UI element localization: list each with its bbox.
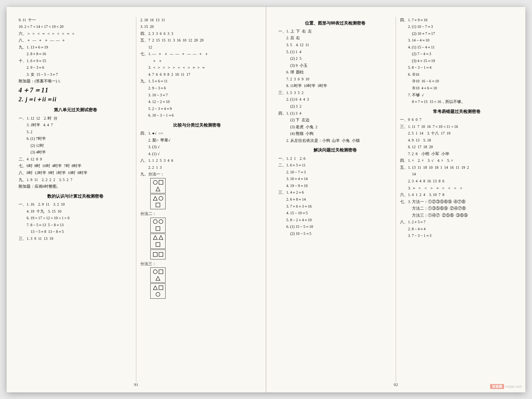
line: 3. 7＋6＋3＝16 <box>278 203 392 210</box>
line: 7. 2 3 6 9 10 <box>278 76 392 83</box>
line: 方法二：①③⑤⑥⑨ ②④⑦⑧ <box>400 205 513 212</box>
page-right: 位置、图形与钟表过关检测密卷 一、1. 上 下 右 左 2. 后 右 3. 5 … <box>266 7 525 392</box>
line: 2. 9－3＝6 <box>140 85 254 92</box>
line: 二、4 12 8 9 <box>19 156 132 163</box>
watermark-url: mxqe.com <box>505 384 522 388</box>
line: (2) 2 5 <box>278 55 392 62</box>
svg-point-19 <box>156 292 160 296</box>
section-title-problem: 解决问题过关检测密卷 <box>278 147 392 153</box>
line: 9. 11 十一 <box>19 17 132 24</box>
line: 2. 3 4 4 8 16 13 8 6 <box>400 178 513 185</box>
line: 三、1. 11 7 10 16 7＜10＜11＜16 <box>400 124 513 130</box>
line: 七、1. — ＋ ＋ — — ＋ — — ＋ ＋ <box>140 51 254 57</box>
line: 一、9 6 0 7 <box>400 117 513 123</box>
line: 一、1. 上 下 右 左 <box>278 28 392 35</box>
line: 九、1. 9 11 2. 2 2 2 3. 5 2 7 <box>19 177 132 183</box>
line: 四、1. ●√ ○○ <box>140 130 254 137</box>
page-left: 9. 11 十一 10. 2＜7＜14＜17＜19＜20 六、＞ ＞ ＜ ＝ ＜… <box>7 7 266 392</box>
line: 五、1. 13 11 18 10 18 1 14 16 11 19 2 <box>400 164 513 171</box>
page-number-left: 91 <box>134 382 138 387</box>
section-title-common-errors: 常考易错题过关检测密卷 <box>400 108 513 115</box>
line: ⑤10 4＋6＝10 <box>400 85 513 92</box>
line: 2. (1) 10－7＝3 <box>400 24 513 30</box>
line: 七、6时 8时 10时 4时半 7时 8时半 <box>19 163 132 169</box>
line: (2) 10－5＝5 <box>278 231 392 237</box>
svg-rect-12 <box>153 252 157 256</box>
section-title-compare: 比较与分类过关检测密卷 <box>140 122 254 129</box>
line: 一、1. 12 12 2. 时 分 <box>19 115 132 122</box>
line: 四、1. × 2. × 3. √ 4. × 5. × <box>400 157 513 164</box>
shape-group-3 <box>150 267 254 299</box>
line: 四、2. 3 3 6 6 3 3 <box>140 31 254 37</box>
svg-marker-3 <box>153 196 157 200</box>
line: 4. 9 13 5. 18 <box>400 137 513 144</box>
line: 2. 5 1 14 3. 十八 17 19 <box>400 130 513 137</box>
line: 5. (1) 1 4 <box>278 49 392 55</box>
line: ③10 16－6＝10 <box>400 78 513 85</box>
line: 一、1. 16 2. 9 11 3. 2 10 <box>19 201 132 208</box>
line: 2. 梨○ 苹果√ <box>140 137 254 144</box>
line: 4. (1) 15－4＝11 <box>400 44 513 51</box>
line: 5. 8－3－1＝4 <box>400 64 513 71</box>
column-divider-2 <box>396 17 396 382</box>
column-4: 四、1. 7＋9＝16 2. (1) 10－7＝3 (2) 10＋7＝17 3.… <box>397 17 516 382</box>
line: 八、1. 2＋5＝7 <box>400 219 513 226</box>
line: 4. 7 6 6 9 8 2 10 11 17 <box>140 71 254 78</box>
line: (3) 9 小玉 <box>278 62 392 69</box>
line: 4. (1) √ <box>140 151 254 157</box>
line: 八、＋ — ＋ ＋ — — ＋ <box>19 37 132 44</box>
line: 四、1. (1) 3 4 <box>278 110 392 117</box>
line: 3. (3) √ <box>140 144 254 150</box>
line: 九、1. 13＋6＝19 <box>19 44 132 51</box>
line: 6. 12 17 18 20 <box>400 144 513 150</box>
line: (3) 4时半 <box>19 149 132 156</box>
line: 五、7 2 15 15 11 3 16 10 12 20 20 <box>140 37 254 44</box>
shape-group-2 <box>150 218 254 259</box>
watermark: 答案圈 mxqe.com <box>490 384 522 389</box>
line: 5. 8－2＋4＝10 <box>278 217 392 224</box>
svg-marker-9 <box>153 236 157 240</box>
line: 3. 女 15－5－3＝7 <box>19 71 132 78</box>
line: 2. 9－3＝6 <box>19 64 132 71</box>
column-3: 位置、图形与钟表过关检测密卷 一、1. 上 下 右 左 2. 后 右 3. 5 … <box>276 17 394 382</box>
line: 2. 6＋8＝14 <box>278 196 392 203</box>
line: 3. ＜ ＞ ＞ ＞ ＞ ＞ ＜ ＞ ＝ ＞ ＝ <box>140 64 254 71</box>
line: 6. (1) 7时半 <box>19 136 132 142</box>
line: 7. 8－5＝13 5－8＝13 <box>19 222 132 229</box>
handwriting-2: 2. j＝i＋ii＝ii <box>19 95 132 104</box>
line: 5. 2－3＋4＝9 <box>140 106 254 112</box>
line: 2. (1) 6 4 4 3 <box>278 96 392 103</box>
svg-point-7 <box>159 220 163 224</box>
line: (4) 熊猫 小狗 <box>278 131 392 137</box>
line: 八、1. 1 2 5 3 4 6 <box>140 157 254 164</box>
line: 12 <box>140 44 254 51</box>
line: 4. 19－9＝10 <box>278 183 392 189</box>
svg-rect-13 <box>159 252 163 256</box>
line: 三、1. 3 9 11 13 19 <box>19 236 132 242</box>
page-number-right: 92 <box>394 382 398 387</box>
line: 3. 1时半 4. 4 7 <box>19 122 132 129</box>
line: (2) 下 左边 <box>278 117 392 124</box>
svg-point-4 <box>159 196 163 200</box>
svg-marker-10 <box>159 236 163 240</box>
svg-rect-1 <box>159 180 163 184</box>
line: 4. 19 十九 5. 15 10 <box>19 208 132 215</box>
line: 3. 10＋4＝14 <box>278 176 392 182</box>
line: 2. 18 16 13 11 <box>140 17 254 24</box>
svg-rect-5 <box>156 203 160 207</box>
section-title-8: 第八单元过关测试密卷 <box>19 106 132 113</box>
line: (2) 12时 <box>19 143 132 149</box>
section-title-position: 位置、图形与钟表过关检测密卷 <box>278 20 392 27</box>
line: 六、1. 4 1 2 4 3. 10 7 8 <box>400 192 513 198</box>
line: 3. 7－3－1＝3 <box>400 233 513 239</box>
line: (2) 3 2 <box>278 103 392 110</box>
line: 方法三：①④⑦ ②⑤⑧ ③⑥⑨ <box>400 212 513 219</box>
line: 3. 14－4＝10 <box>400 37 513 44</box>
line: 14 <box>400 171 513 178</box>
column-2: 2. 18 16 13 11 3. 15 20 四、2. 3 3 6 6 3 3… <box>138 17 256 382</box>
line: 2. 后 右 <box>278 35 392 42</box>
svg-rect-8 <box>156 227 160 231</box>
svg-point-14 <box>153 270 157 274</box>
line: 2. 10－7＝3 <box>278 169 392 176</box>
svg-rect-11 <box>156 243 160 247</box>
